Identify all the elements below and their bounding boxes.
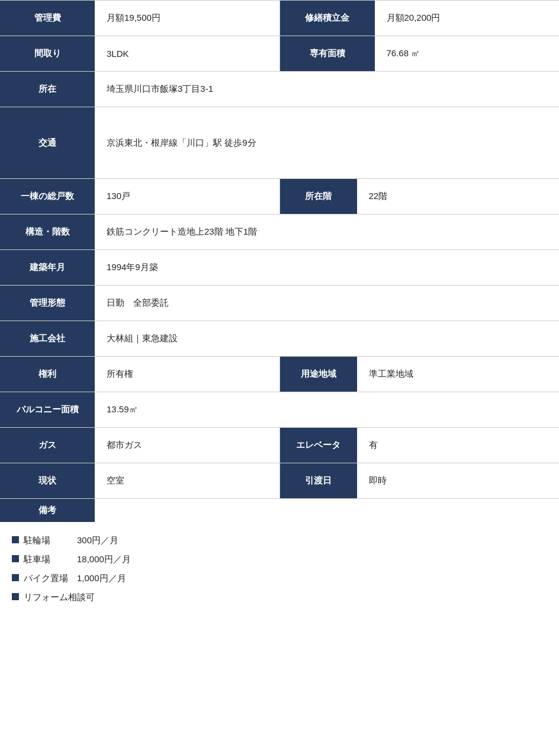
row-kanri-keitai: 管理形態 日勤 全部委託 bbox=[0, 286, 559, 321]
balcony-value: 13.59㎡ bbox=[95, 392, 559, 427]
madori-label: 間取り bbox=[0, 36, 95, 71]
row-genjou: 現状 空室 引渡日 即時 bbox=[0, 463, 559, 499]
row-balcony: バルコニー面積 13.59㎡ bbox=[0, 392, 559, 428]
row-chikunen: 建築年月 1994年9月築 bbox=[0, 250, 559, 286]
bullet-icon-4 bbox=[12, 593, 19, 600]
kenri-value: 所有権 bbox=[95, 357, 280, 392]
genjou-label: 現状 bbox=[0, 463, 95, 498]
youto-label: 用途地域 bbox=[280, 357, 357, 392]
genjou-value: 空室 bbox=[95, 463, 280, 498]
shuuryou-label: 修繕積立金 bbox=[280, 1, 375, 36]
shozaikai-half: 所在階 22階 bbox=[280, 179, 560, 214]
kenri-half: 権利 所有権 bbox=[0, 357, 280, 392]
genjou-half: 現状 空室 bbox=[0, 463, 280, 498]
bikou-text-2: 駐車場 18,000円／月 bbox=[24, 550, 131, 568]
bikou-text-1: 駐輪場 300円／月 bbox=[24, 531, 118, 549]
bullet-icon-1 bbox=[12, 536, 19, 543]
koutsu-label: 交通 bbox=[0, 107, 95, 178]
bikou-text-4: リフォーム相談可 bbox=[24, 588, 95, 606]
madori-half: 間取り 3LDK bbox=[0, 36, 280, 71]
sekou-value: 大林組｜東急建設 bbox=[95, 321, 559, 356]
bikou-item-4: リフォーム相談可 bbox=[12, 588, 547, 606]
row-bikou: 備考 駐輪場 300円／月 駐車場 18,000円／月 バイク置場 1,000円… bbox=[0, 499, 559, 617]
sotokazu-label: 一棟の総戸数 bbox=[0, 179, 95, 214]
senyuu-value: 76.68 ㎡ bbox=[375, 36, 560, 71]
gas-value: 都市ガス bbox=[95, 428, 280, 463]
senyuu-label: 専有面積 bbox=[280, 36, 375, 71]
shozaikai-value: 22階 bbox=[357, 179, 560, 214]
elevator-label: エレベータ bbox=[280, 428, 357, 463]
elevator-half: エレベータ 有 bbox=[280, 428, 560, 463]
madori-value: 3LDK bbox=[95, 36, 280, 71]
kanri-keitai-value: 日勤 全部委託 bbox=[95, 286, 559, 321]
shozai-value: 埼玉県川口市飯塚3丁目3-1 bbox=[95, 72, 559, 107]
kanrihi-half: 管理費 月額19,500円 bbox=[0, 1, 280, 36]
row-kenri: 権利 所有権 用途地域 準工業地域 bbox=[0, 357, 559, 392]
shuuryou-value: 月額20,200円 bbox=[375, 1, 560, 36]
elevator-value: 有 bbox=[357, 428, 560, 463]
row-kanrihi: 管理費 月額19,500円 修繕積立金 月額20,200円 bbox=[0, 1, 559, 36]
row-sotokazu: 一棟の総戸数 130戸 所在階 22階 bbox=[0, 179, 559, 214]
koutsu-value: 京浜東北・根岸線「川口」駅 徒歩9分 bbox=[95, 107, 559, 178]
shozai-label: 所在 bbox=[0, 72, 95, 107]
hikiwatashi-value: 即時 bbox=[357, 463, 560, 498]
sekou-label: 施工会社 bbox=[0, 321, 95, 356]
property-table: 管理費 月額19,500円 修繕積立金 月額20,200円 間取り 3LDK 専… bbox=[0, 0, 559, 617]
bullet-icon-2 bbox=[12, 555, 19, 562]
chikunen-value: 1994年9月築 bbox=[95, 250, 559, 285]
gas-half: ガス 都市ガス bbox=[0, 428, 280, 463]
row-gas: ガス 都市ガス エレベータ 有 bbox=[0, 428, 559, 463]
sotokazu-half: 一棟の総戸数 130戸 bbox=[0, 179, 280, 214]
bikou-item-2: 駐車場 18,000円／月 bbox=[12, 550, 547, 568]
shuuryou-half: 修繕積立金 月額20,200円 bbox=[280, 1, 560, 36]
row-madori: 間取り 3LDK 専有面積 76.68 ㎡ bbox=[0, 36, 559, 72]
bikou-item-3: バイク置場 1,000円／月 bbox=[12, 569, 547, 587]
sotokazu-value: 130戸 bbox=[95, 179, 280, 214]
bikou-item-1: 駐輪場 300円／月 bbox=[12, 531, 547, 549]
bikou-label: 備考 bbox=[0, 499, 95, 522]
bullet-icon-3 bbox=[12, 574, 19, 581]
kanrihi-value: 月額19,500円 bbox=[95, 1, 280, 36]
kouzou-value: 鉄筋コンクリート造地上23階 地下1階 bbox=[95, 214, 559, 249]
kanri-keitai-label: 管理形態 bbox=[0, 286, 95, 321]
chikunen-label: 建築年月 bbox=[0, 250, 95, 285]
row-koutsu: 交通 京浜東北・根岸線「川口」駅 徒歩9分 bbox=[0, 107, 559, 179]
balcony-label: バルコニー面積 bbox=[0, 392, 95, 427]
shozaikai-label: 所在階 bbox=[280, 179, 357, 214]
row-sekou: 施工会社 大林組｜東急建設 bbox=[0, 321, 559, 357]
bikou-text-3: バイク置場 1,000円／月 bbox=[24, 569, 126, 587]
kenri-label: 権利 bbox=[0, 357, 95, 392]
youto-half: 用途地域 準工業地域 bbox=[280, 357, 560, 392]
senyuu-half: 専有面積 76.68 ㎡ bbox=[280, 36, 560, 71]
row-shozai: 所在 埼玉県川口市飯塚3丁目3-1 bbox=[0, 72, 559, 107]
gas-label: ガス bbox=[0, 428, 95, 463]
youto-value: 準工業地域 bbox=[357, 357, 560, 392]
hikiwatashi-label: 引渡日 bbox=[280, 463, 357, 498]
bikou-value: 駐輪場 300円／月 駐車場 18,000円／月 バイク置場 1,000円／月 … bbox=[0, 522, 559, 617]
hikiwatashi-half: 引渡日 即時 bbox=[280, 463, 560, 498]
kouzou-label: 構造・階数 bbox=[0, 214, 95, 249]
row-kouzou: 構造・階数 鉄筋コンクリート造地上23階 地下1階 bbox=[0, 214, 559, 250]
kanrihi-label: 管理費 bbox=[0, 1, 95, 36]
